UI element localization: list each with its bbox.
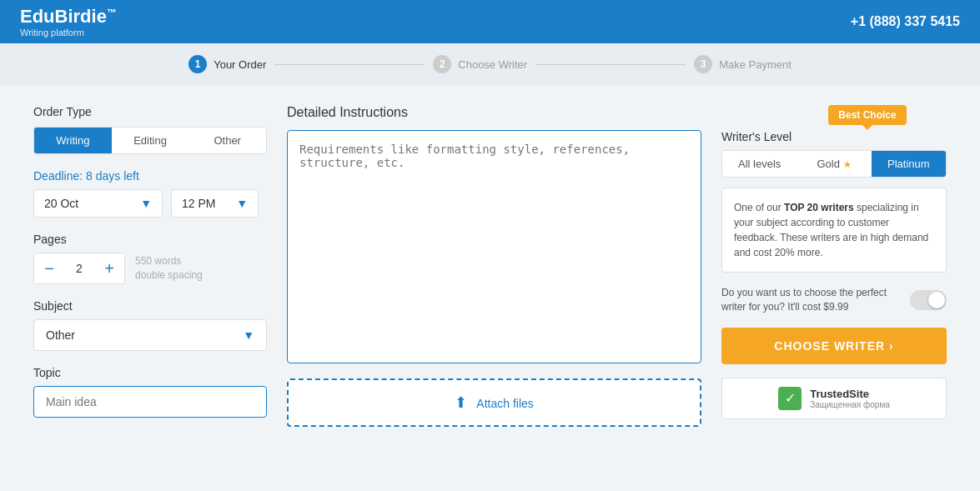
date-value: 20 Oct bbox=[44, 197, 78, 210]
choose-writer-button[interactable]: CHOOSE WRITER › bbox=[721, 328, 947, 364]
tab-other[interactable]: Other bbox=[188, 128, 266, 153]
brand: EduBirdie™ Writing platform bbox=[20, 6, 117, 38]
time-select[interactable]: 12 PM ▼ bbox=[171, 189, 259, 218]
tab-all-levels[interactable]: All levels bbox=[722, 151, 797, 177]
brand-subtitle: Writing platform bbox=[20, 28, 117, 38]
best-choice-badge: Best Choice bbox=[828, 105, 906, 125]
upload-icon: ⬆ bbox=[455, 394, 467, 411]
deadline-label: Deadline: 8 days left bbox=[33, 169, 267, 183]
topic-input[interactable] bbox=[33, 386, 267, 418]
pages-control: − 2 + bbox=[33, 253, 125, 284]
tab-editing[interactable]: Editing bbox=[112, 128, 189, 153]
left-column: Order Type Writing Editing Other Deadlin… bbox=[33, 105, 267, 427]
date-select[interactable]: 20 Oct ▼ bbox=[33, 189, 163, 218]
order-type-tabs: Writing Editing Other bbox=[33, 127, 267, 154]
date-arrow-icon: ▼ bbox=[140, 197, 152, 210]
step1-label: Your Order bbox=[214, 58, 266, 71]
instructions-label: Detailed Instructions bbox=[287, 105, 701, 120]
instructions-textarea[interactable] bbox=[287, 130, 701, 363]
deadline-row: 20 Oct ▼ 12 PM ▼ bbox=[33, 189, 267, 218]
attach-files-button[interactable]: ⬆ Attach files bbox=[287, 378, 701, 427]
pages-label: Pages bbox=[33, 233, 267, 246]
topic-label: Topic bbox=[33, 366, 267, 379]
subject-value: Other bbox=[46, 328, 75, 342]
subject-label: Subject bbox=[33, 299, 267, 313]
time-value: 12 PM bbox=[182, 197, 215, 210]
subject-select[interactable]: Other ▼ bbox=[33, 319, 267, 351]
pages-info: 550 words double spacing bbox=[135, 254, 203, 283]
brand-name: EduBirdie™ bbox=[20, 6, 117, 28]
deadline-days-left: 8 days left bbox=[86, 169, 139, 183]
phone-number: +1 (888) 337 5415 bbox=[851, 14, 960, 29]
tab-gold[interactable]: Gold ★ bbox=[797, 151, 871, 177]
step-make-payment: 3 Make Payment bbox=[694, 55, 792, 73]
step-line-1 bbox=[274, 64, 425, 65]
pages-words: 550 words bbox=[135, 254, 203, 268]
step-choose-writer: 2 Choose Writer bbox=[433, 55, 527, 73]
step3-circle: 3 bbox=[694, 55, 712, 73]
right-column: Best Choice Writer's Level All levels Go… bbox=[721, 105, 947, 427]
trusted-check-icon: ✓ bbox=[778, 387, 802, 410]
trusted-sub: Защищенная форма bbox=[810, 400, 890, 409]
writer-level-tabs: All levels Gold ★ Platinum bbox=[721, 150, 947, 178]
pages-decrement-button[interactable]: − bbox=[34, 253, 64, 283]
pages-increment-button[interactable]: + bbox=[94, 253, 124, 283]
step3-label: Make Payment bbox=[719, 58, 792, 71]
attach-label: Attach files bbox=[476, 397, 533, 410]
order-type-label: Order Type bbox=[33, 105, 267, 118]
pages-row: − 2 + 550 words double spacing bbox=[33, 253, 267, 284]
step-your-order: 1 Your Order bbox=[188, 55, 266, 73]
toggle-thumb bbox=[928, 292, 945, 308]
trusted-label: TrustedSite bbox=[810, 388, 890, 400]
writer-description: One of our TOP 20 writers specializing i… bbox=[721, 188, 947, 273]
step1-circle: 1 bbox=[188, 55, 207, 73]
auto-choose-toggle[interactable] bbox=[910, 290, 947, 310]
header: EduBirdie™ Writing platform +1 (888) 337… bbox=[0, 0, 980, 43]
auto-choose-row: Do you want us to choose the perfect wri… bbox=[721, 286, 947, 314]
step2-circle: 2 bbox=[433, 55, 451, 73]
pages-spacing: double spacing bbox=[135, 268, 203, 283]
pages-value: 2 bbox=[64, 262, 94, 275]
main-content: Order Type Writing Editing Other Deadlin… bbox=[0, 85, 980, 447]
tab-platinum[interactable]: Platinum bbox=[872, 151, 946, 177]
step2-label: Choose Writer bbox=[458, 58, 527, 71]
steps-bar: 1 Your Order 2 Choose Writer 3 Make Paym… bbox=[0, 43, 980, 85]
gold-star-icon: ★ bbox=[843, 159, 852, 169]
time-arrow-icon: ▼ bbox=[236, 197, 248, 210]
step-line-2 bbox=[535, 64, 686, 65]
trusted-site: ✓ TrustedSite Защищенная форма bbox=[721, 378, 947, 419]
writers-level-label: Writer's Level bbox=[721, 130, 947, 143]
tab-writing[interactable]: Writing bbox=[34, 128, 112, 153]
middle-column: Detailed Instructions ⬆ Attach files bbox=[287, 105, 701, 427]
auto-choose-text: Do you want us to choose the perfect wri… bbox=[721, 286, 902, 314]
subject-arrow-icon: ▼ bbox=[243, 328, 254, 342]
